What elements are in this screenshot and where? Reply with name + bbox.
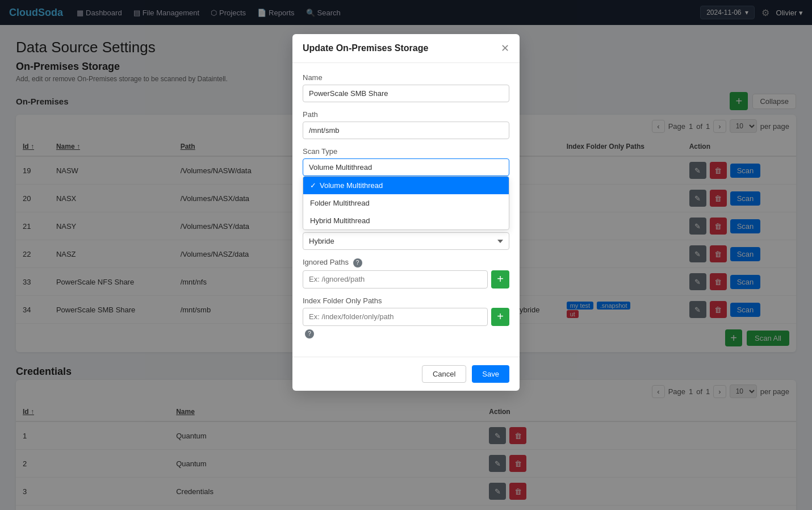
modal-footer: Cancel Save xyxy=(292,357,520,391)
path-field-group: Path xyxy=(303,110,509,139)
add-ignored-path-button[interactable]: + xyxy=(491,270,509,289)
path-input[interactable] xyxy=(303,122,509,139)
name-label: Name xyxy=(303,73,509,82)
scan-type-option-hybrid[interactable]: Hybrid Multithread xyxy=(303,212,509,229)
ignored-paths-help-icon[interactable]: ? xyxy=(353,258,362,267)
save-button[interactable]: Save xyxy=(472,365,509,383)
index-folder-help-icon[interactable]: ? xyxy=(305,329,314,338)
scan-type-value: Volume Multithread xyxy=(309,163,372,172)
modal-overlay: Update On-Premises Storage ✕ Name Path S… xyxy=(0,0,812,510)
index-folder-label: Index Folder Only Paths xyxy=(303,296,509,305)
index-folder-input[interactable] xyxy=(303,308,488,326)
scan-type-group: Scan Type Volume Multithread ✓ Volume Mu… xyxy=(303,147,509,176)
cancel-button[interactable]: Cancel xyxy=(422,365,466,383)
name-input[interactable] xyxy=(303,85,509,102)
scan-type-container: Volume Multithread ✓ Volume Multithread … xyxy=(303,158,509,176)
modal-title: Update On-Premises Storage xyxy=(303,43,428,53)
update-storage-modal: Update On-Premises Storage ✕ Name Path S… xyxy=(292,34,520,391)
modal-close-button[interactable]: ✕ xyxy=(501,42,509,55)
scan-type-option-volume[interactable]: ✓ Volume Multithread xyxy=(303,177,509,194)
ignored-paths-group: Ignored Paths ? + xyxy=(303,258,509,289)
add-index-path-button[interactable]: + xyxy=(491,308,509,326)
scan-type-selected[interactable]: Volume Multithread xyxy=(303,158,509,176)
path-label: Path xyxy=(303,110,509,119)
ignored-paths-input[interactable] xyxy=(303,270,488,289)
scan-type-label: Scan Type xyxy=(303,147,509,156)
modal-header: Update On-Premises Storage ✕ xyxy=(292,34,520,63)
scan-type-option-folder[interactable]: Folder Multithread xyxy=(303,194,509,212)
storage-type-select[interactable]: Local Hybride Remote xyxy=(303,232,509,250)
checkmark-icon: ✓ xyxy=(310,181,316,190)
scan-type-dropdown: ✓ Volume Multithread Folder Multithread … xyxy=(303,176,509,230)
ignored-paths-label: Ignored Paths ? xyxy=(303,258,509,267)
index-folder-group: Index Folder Only Paths + ? xyxy=(303,296,509,338)
name-field-group: Name xyxy=(303,73,509,102)
modal-body: Name Path Scan Type Volume Multithread ✓ xyxy=(292,63,520,357)
